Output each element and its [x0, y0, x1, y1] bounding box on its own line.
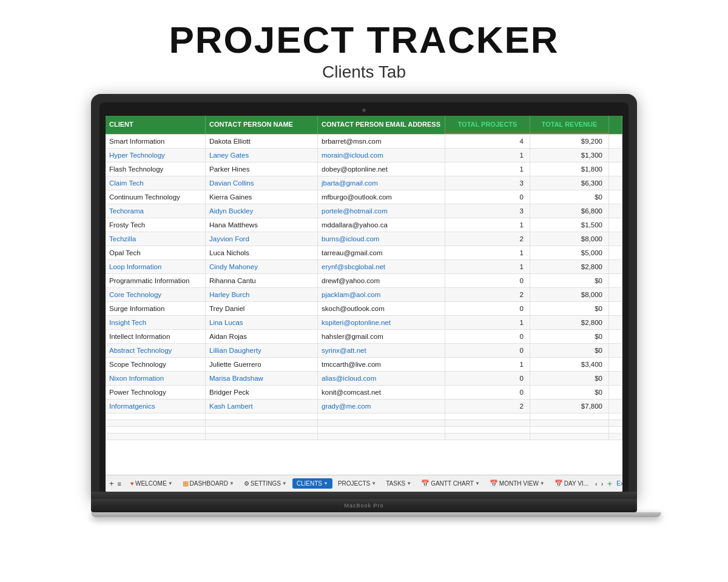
cell-revenue: $2,800 [530, 260, 609, 273]
cell-client: Programmatic Information [106, 274, 206, 287]
chevron-down-icon-2: ▼ [229, 481, 234, 486]
cell-empty [609, 420, 622, 426]
chevron-down-icon-4: ▼ [323, 481, 328, 486]
table-row[interactable]: Informatgenics Kash Lambert grady@me.com… [106, 400, 622, 413]
tab-gantt[interactable]: 📅 GANTT CHART ▼ [417, 478, 484, 489]
table-row[interactable]: Hyper Technology Laney Gates morain@iclo… [106, 149, 622, 162]
tab-month-label: MONTH VIEW [499, 480, 539, 487]
tab-dashboard-label: DASHBOARD [190, 480, 228, 487]
table-row[interactable]: Frosty Tech Hana Matthews mddallara@yaho… [106, 218, 622, 232]
cell-extra [609, 162, 622, 176]
tab-welcome-label: WELCOME [135, 480, 167, 487]
explore-label[interactable]: Explore [616, 480, 622, 487]
cell-empty [318, 433, 445, 440]
tab-tasks[interactable]: TASKS ▼ [382, 478, 416, 489]
add-sheet-icon[interactable]: + [109, 479, 114, 488]
cell-email: alias@icloud.com [318, 372, 445, 385]
cell-client: Opal Tech [106, 246, 206, 259]
tab-projects[interactable]: PROJECTS ▼ [334, 478, 380, 489]
add-tab-icon[interactable]: ＋ [605, 478, 614, 489]
cell-extra [609, 232, 622, 246]
tab-dashboard[interactable]: ▦ DASHBOARD ▼ [178, 478, 238, 489]
cell-projects: 0 [445, 274, 530, 287]
table-row[interactable]: Power Technology Bridger Peck konit@comc… [106, 386, 622, 400]
table-row-empty [106, 413, 622, 420]
tab-bar-right: ＋ Explore [605, 478, 622, 489]
table-row[interactable]: Continuum Technology Kierra Gaines mfbur… [106, 190, 622, 204]
table-row[interactable]: Techzilla Jayvion Ford burns@icloud.com … [106, 232, 622, 246]
cell-projects: 1 [445, 149, 530, 162]
laptop-base [91, 492, 637, 499]
table-row[interactable]: Claim Tech Davian Collins jbarta@gmail.c… [106, 176, 622, 190]
cell-revenue: $0 [530, 386, 609, 399]
table-row[interactable]: Intellect Information Aidan Rojas hahsle… [106, 330, 622, 344]
table-row[interactable]: Nixon Information Marisa Bradshaw alias@… [106, 372, 622, 386]
table-row[interactable]: Surge Information Trey Daniel skoch@outl… [106, 302, 622, 316]
cell-revenue: $6,800 [530, 204, 609, 218]
cell-contact: Lina Lucas [206, 316, 318, 329]
cell-projects: 0 [445, 372, 530, 385]
tab-month[interactable]: 📅 MONTH VIEW ▼ [485, 478, 549, 489]
cell-client: Nixon Information [106, 372, 206, 385]
cell-empty [206, 420, 318, 426]
cell-projects: 1 [445, 358, 530, 371]
tab-clients[interactable]: CLIENTS ▼ [292, 478, 332, 489]
day-icon: 📅 [554, 480, 563, 487]
screen-bezel: CLIENT CONTACT PERSON NAME CONTACT PERSO… [99, 102, 629, 492]
cell-email: brbarret@msn.com [318, 135, 445, 148]
chevron-down-icon-6: ▼ [406, 481, 411, 486]
table-row[interactable]: Smart Information Dakota Elliott brbarre… [106, 135, 622, 149]
table-row[interactable]: Techorama Aidyn Buckley portele@hotmail.… [106, 204, 622, 218]
scroll-right-icon[interactable]: › [601, 480, 604, 487]
cell-empty [206, 433, 318, 440]
cell-projects: 1 [445, 316, 530, 329]
cell-empty [318, 413, 445, 420]
tab-day[interactable]: 📅 DAY VI... [550, 478, 593, 489]
cell-client: Power Technology [106, 386, 206, 399]
cell-revenue: $9,200 [530, 135, 609, 148]
cell-contact: Dakota Elliott [206, 135, 318, 148]
cell-email: erynf@sbcglobal.net [318, 260, 445, 273]
cell-contact: Davian Collins [206, 176, 318, 190]
cell-client: Claim Tech [106, 176, 206, 190]
cell-empty [318, 427, 445, 433]
col-header-contact-name: CONTACT PERSON NAME [206, 116, 318, 134]
spreadsheet-header: CLIENT CONTACT PERSON NAME CONTACT PERSO… [106, 116, 622, 135]
cell-projects: 2 [445, 400, 530, 413]
page-header: PROJECT TRACKER Clients Tab [169, 0, 559, 88]
table-row[interactable]: Loop Information Cindy Mahoney erynf@sbc… [106, 260, 622, 274]
table-row[interactable]: Core Technology Harley Burch pjacklam@ao… [106, 288, 622, 302]
table-row[interactable]: Scope Technology Juliette Guerrero tmcca… [106, 358, 622, 372]
col-header-extra [609, 116, 622, 134]
cell-empty [106, 427, 206, 433]
tab-welcome[interactable]: ♥ WELCOME ▼ [126, 478, 177, 489]
table-row[interactable]: Abstract Technology Lillian Daugherty sy… [106, 344, 622, 358]
cell-projects: 0 [445, 386, 530, 399]
cell-projects: 3 [445, 204, 530, 218]
cell-revenue: $2,800 [530, 316, 609, 329]
cell-extra [609, 344, 622, 357]
brand-label: MacBook Pro [344, 503, 383, 509]
table-row[interactable]: Insight Tech Lina Lucas kspiteri@optonli… [106, 316, 622, 330]
cell-projects: 2 [445, 288, 530, 301]
cell-projects: 0 [445, 330, 530, 343]
cell-empty [106, 433, 206, 440]
cell-revenue: $1,500 [530, 218, 609, 232]
cell-extra [609, 218, 622, 232]
cell-contact: Kash Lambert [206, 400, 318, 413]
cell-projects: 0 [445, 344, 530, 357]
cell-contact: Trey Daniel [206, 302, 318, 315]
cell-contact: Harley Burch [206, 288, 318, 301]
cell-projects: 1 [445, 218, 530, 232]
cell-contact: Jayvion Ford [206, 232, 318, 246]
cell-empty [445, 420, 530, 426]
cell-client: Intellect Information [106, 330, 206, 343]
scroll-left-icon[interactable]: ‹ [595, 480, 598, 487]
menu-icon[interactable]: ≡ [118, 480, 121, 487]
cell-revenue: $7,800 [530, 400, 609, 413]
table-row[interactable]: Flash Technology Parker Hines dobey@opto… [106, 162, 622, 176]
tab-settings[interactable]: ⚙ SETTINGS ▼ [240, 478, 291, 489]
table-row[interactable]: Opal Tech Luca Nichols tarreau@gmail.com… [106, 246, 622, 260]
table-row[interactable]: Programmatic Information Rihanna Cantu d… [106, 274, 622, 288]
cell-email: tmccarth@live.com [318, 358, 445, 371]
